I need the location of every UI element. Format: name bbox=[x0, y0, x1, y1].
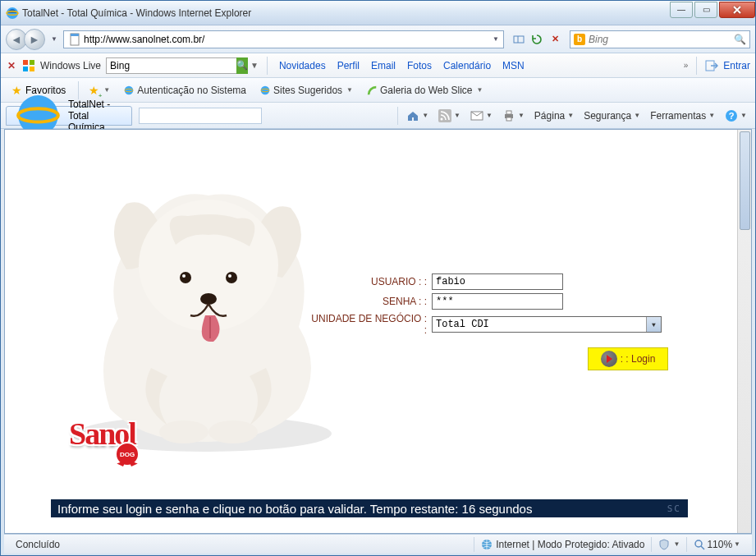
command-bar: TotalNet - Total Química ▼ ▼ ▼ ▼ Página▼… bbox=[1, 103, 755, 129]
nav-toolbar: ◄ ► ▼ ▼ ✕ b 🔍 bbox=[1, 25, 755, 53]
zoom-icon bbox=[694, 539, 705, 550]
print-button[interactable]: ▼ bbox=[499, 108, 528, 124]
svg-point-26 bbox=[180, 272, 191, 283]
login-button-label: : : Login bbox=[621, 353, 656, 365]
wl-more-button[interactable]: » bbox=[684, 61, 689, 70]
info-message-bar: Informe seu login e senha e clique no bo… bbox=[51, 499, 688, 517]
forward-button[interactable]: ► bbox=[24, 29, 45, 50]
security-zone[interactable]: Internet | Modo Protegido: Ativado bbox=[474, 539, 651, 550]
protected-mode-toggle[interactable]: ▼ bbox=[652, 539, 686, 550]
chevron-down-icon: ▼ bbox=[646, 317, 661, 332]
url-dropdown[interactable]: ▼ bbox=[490, 35, 502, 43]
home-icon bbox=[406, 109, 419, 122]
browser-tab[interactable]: TotalNet - Total Química bbox=[6, 106, 132, 126]
address-bar[interactable]: ▼ bbox=[63, 30, 504, 48]
help-button[interactable]: ?▼ bbox=[722, 108, 750, 124]
window-buttons: — ▭ bbox=[668, 2, 755, 18]
svg-point-10 bbox=[125, 85, 134, 94]
page-icon bbox=[68, 33, 81, 46]
menu-label: Página bbox=[534, 110, 565, 122]
svg-point-31 bbox=[159, 420, 208, 443]
login-form: USUARIO : : SENHA : : UNIDADE DE NEGÓCIO… bbox=[309, 273, 694, 370]
wl-link-calendario[interactable]: Calendário bbox=[440, 58, 494, 73]
fav-link-label: Galeria do Web Slice bbox=[380, 85, 473, 96]
page-menu[interactable]: Página▼ bbox=[531, 108, 577, 123]
mail-button[interactable]: ▼ bbox=[467, 108, 496, 124]
svg-rect-5 bbox=[23, 60, 28, 65]
tools-menu[interactable]: Ferramentas▼ bbox=[647, 108, 718, 123]
wl-close-button[interactable]: ✕ bbox=[6, 60, 17, 71]
print-icon bbox=[502, 109, 515, 122]
help-icon: ? bbox=[725, 109, 738, 122]
info-trail: SC bbox=[667, 503, 681, 514]
search-bar[interactable]: b 🔍 bbox=[570, 30, 750, 48]
browser-window: TotalNet - Total Química - Windows Inter… bbox=[0, 0, 756, 556]
svg-rect-20 bbox=[506, 111, 511, 114]
login-button[interactable]: : : Login bbox=[588, 347, 668, 370]
nav-history-dropdown[interactable]: ▼ bbox=[48, 35, 60, 43]
senha-input[interactable] bbox=[432, 293, 563, 310]
wl-brand-label: Windows Live bbox=[40, 60, 101, 71]
webslice-icon bbox=[366, 85, 378, 96]
wl-search-go[interactable]: 🔍 bbox=[236, 57, 248, 74]
close-button[interactable] bbox=[719, 2, 755, 18]
minimize-button[interactable]: — bbox=[670, 2, 693, 18]
bing-icon: b bbox=[574, 34, 585, 45]
svg-rect-8 bbox=[30, 67, 34, 71]
usuario-input[interactable] bbox=[432, 273, 563, 290]
search-input[interactable] bbox=[589, 34, 734, 45]
nav-tools: ✕ bbox=[507, 31, 566, 48]
url-input[interactable] bbox=[84, 34, 490, 45]
compat-view-button[interactable] bbox=[511, 31, 527, 48]
sanol-logo: Sanol DOG bbox=[69, 416, 135, 452]
unidade-select[interactable]: Total CDI ▼ bbox=[432, 316, 662, 333]
ribbon-icon bbox=[120, 462, 135, 473]
wl-link-perfil[interactable]: Perfil bbox=[334, 58, 363, 73]
wl-link-email[interactable]: Email bbox=[368, 58, 399, 73]
separator bbox=[267, 57, 268, 75]
svg-point-30 bbox=[200, 293, 217, 305]
refresh-button[interactable] bbox=[529, 31, 545, 48]
security-menu[interactable]: Segurança▼ bbox=[580, 108, 644, 123]
shield-icon bbox=[658, 539, 670, 550]
unidade-label: UNIDADE DE NEGÓCIO : : bbox=[309, 313, 432, 336]
separator bbox=[696, 57, 697, 75]
svg-text:?: ? bbox=[729, 111, 735, 121]
zone-label: Internet | Modo Protegido: Ativado bbox=[496, 539, 644, 550]
fav-link-gallery[interactable]: Galeria do Web Slice ▼ bbox=[363, 83, 486, 98]
wl-search-dropdown[interactable]: ▼ bbox=[250, 61, 259, 70]
unidade-value: Total CDI bbox=[433, 319, 646, 330]
ie-small-icon bbox=[123, 85, 135, 96]
add-favorite-button[interactable]: ★+ ▼ bbox=[85, 82, 113, 99]
zoom-value: 110% bbox=[707, 539, 732, 550]
search-go-button[interactable]: 🔍 bbox=[734, 34, 746, 45]
scrollbar-thumb[interactable] bbox=[740, 131, 750, 230]
wl-link-msn[interactable]: MSN bbox=[499, 58, 528, 73]
wl-search[interactable]: 🔍 bbox=[106, 57, 245, 74]
ie-small-icon bbox=[259, 85, 271, 96]
vertical-scrollbar[interactable] bbox=[737, 130, 751, 533]
fav-link-sites[interactable]: Sites Sugeridos ▼ bbox=[256, 83, 356, 98]
new-tab-input[interactable] bbox=[139, 108, 262, 124]
fav-link-auth[interactable]: Autenticação no Sistema bbox=[120, 83, 250, 98]
mail-icon bbox=[470, 109, 483, 122]
status-bar: Concluído Internet | Modo Protegido: Ati… bbox=[4, 534, 752, 554]
windows-live-bar: ✕ Windows Live 🔍 ▼ Novidades Perfil Emai… bbox=[1, 53, 755, 78]
wl-link-fotos[interactable]: Fotos bbox=[404, 58, 435, 73]
wl-signin-link[interactable]: Entrar bbox=[723, 60, 750, 71]
feeds-button[interactable]: ▼ bbox=[435, 108, 464, 124]
home-button[interactable]: ▼ bbox=[403, 108, 432, 124]
login-page: Sanol DOG USUARIO : : SENHA : : bbox=[5, 130, 727, 533]
maximize-button[interactable]: ▭ bbox=[694, 2, 717, 18]
info-text: Informe seu login e senha e clique no bo… bbox=[57, 502, 532, 516]
svg-rect-21 bbox=[506, 117, 511, 121]
zoom-control[interactable]: 110% ▼ bbox=[687, 539, 747, 550]
stop-button[interactable]: ✕ bbox=[547, 31, 563, 48]
status-text: Concluído bbox=[9, 539, 66, 550]
page-content[interactable]: Sanol DOG USUARIO : : SENHA : : bbox=[5, 130, 751, 533]
fav-link-label: Sites Sugeridos bbox=[273, 85, 342, 96]
titlebar: TotalNet - Total Química - Windows Inter… bbox=[1, 1, 755, 25]
wl-search-input[interactable] bbox=[107, 60, 236, 71]
svg-point-32 bbox=[208, 420, 258, 443]
wl-link-novidades[interactable]: Novidades bbox=[276, 58, 329, 73]
